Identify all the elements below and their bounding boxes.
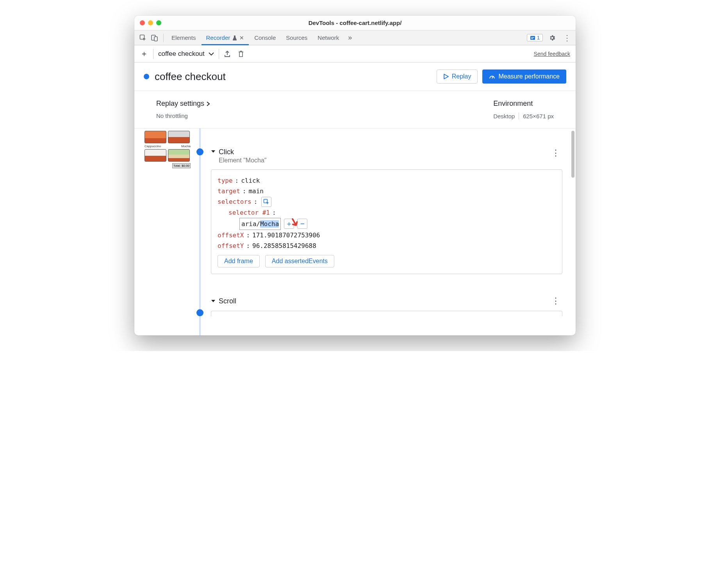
replay-button[interactable]: Replay (437, 69, 478, 84)
step-marker[interactable] (196, 148, 203, 155)
step-scroll-header[interactable]: Scroll ⋮ (211, 296, 562, 306)
selector-input[interactable]: aria/Mocha (239, 218, 281, 230)
chevron-right-icon (207, 102, 210, 106)
throttling-label: No throttling (156, 112, 210, 119)
environment-device: Desktop (493, 113, 515, 119)
element-picker-icon[interactable] (261, 197, 271, 207)
screenshot-thumbnail: CappuccinoMocha Total: $0.00 (134, 128, 193, 335)
window-title: DevTools - coffee-cart.netlify.app/ (134, 20, 576, 26)
step-detail-box (211, 311, 562, 316)
chevron-down-icon (211, 299, 216, 303)
step-detail-box: ➜ type: click target: main selectors: se… (211, 169, 562, 274)
tab-network[interactable]: Network (313, 30, 344, 45)
export-icon[interactable] (224, 50, 233, 57)
step-subtitle: Element "Mocha" (219, 157, 267, 164)
remove-selector-button[interactable]: − (297, 219, 307, 229)
recording-header: coffee checkout Replay Measure performan… (134, 62, 576, 91)
step-marker[interactable] (196, 309, 203, 316)
device-toolbar-icon[interactable] (149, 32, 160, 43)
recorder-toolbar: ＋ coffee checkout Send feedback (134, 45, 576, 62)
play-icon (443, 74, 449, 79)
titlebar: DevTools - coffee-cart.netlify.app/ (134, 16, 576, 30)
tab-recorder[interactable]: Recorder ✕ (202, 30, 249, 45)
panel-tabs: Elements Recorder ✕ Console Sources Netw… (134, 30, 576, 45)
svg-rect-5 (531, 38, 533, 39)
gauge-icon (489, 73, 495, 80)
settings-row: Replay settings No throttling Environmen… (134, 91, 576, 128)
close-window-button[interactable] (140, 20, 145, 25)
thumbnail-total: Total: $0.00 (172, 163, 191, 168)
inspect-element-icon[interactable] (137, 32, 148, 43)
zoom-window-button[interactable] (156, 20, 161, 25)
devtools-window: DevTools - coffee-cart.netlify.app/ Elem… (134, 16, 576, 335)
measure-performance-button[interactable]: Measure performance (482, 69, 566, 84)
traffic-lights (140, 20, 161, 25)
send-feedback-link[interactable]: Send feedback (534, 51, 570, 57)
step-menu-icon[interactable]: ⋮ (551, 296, 562, 306)
step-menu-icon[interactable]: ⋮ (551, 148, 562, 158)
minimize-window-button[interactable] (148, 20, 153, 25)
timeline-rail (193, 128, 207, 335)
delete-icon[interactable] (238, 50, 247, 57)
add-asserted-events-button[interactable]: Add assertedEvents (265, 255, 334, 267)
more-tabs-icon[interactable]: » (344, 32, 355, 43)
kebab-menu-icon[interactable]: ⋮ (562, 32, 573, 43)
step-title: Click (219, 148, 267, 156)
recording-title: coffee checkout (155, 71, 226, 83)
recording-selector[interactable]: coffee checkout (158, 50, 214, 58)
chevron-down-icon (209, 52, 214, 56)
flask-icon (232, 35, 237, 41)
tab-elements[interactable]: Elements (167, 30, 201, 45)
replay-settings-toggle[interactable]: Replay settings (156, 100, 210, 108)
settings-gear-icon[interactable] (547, 32, 558, 43)
scrollbar[interactable] (571, 131, 574, 178)
issues-icon (530, 35, 535, 41)
tab-console[interactable]: Console (250, 30, 280, 45)
step-title: Scroll (219, 297, 236, 305)
svg-rect-4 (531, 37, 534, 38)
close-tab-icon[interactable]: ✕ (239, 35, 244, 41)
environment-title: Environment (493, 100, 554, 108)
svg-rect-3 (530, 36, 535, 40)
add-frame-button[interactable]: Add frame (218, 255, 260, 267)
tab-sources[interactable]: Sources (281, 30, 312, 45)
new-recording-button[interactable]: ＋ (140, 48, 148, 59)
environment-viewport: 625×671 px (523, 113, 554, 119)
recording-status-dot (144, 74, 149, 79)
timeline: CappuccinoMocha Total: $0.00 Click Eleme… (134, 128, 576, 335)
step-click-header[interactable]: Click Element "Mocha" ⋮ (211, 148, 562, 164)
add-selector-button[interactable]: ＋ (284, 219, 294, 229)
issues-badge[interactable]: 1 (527, 34, 543, 41)
svg-rect-2 (154, 37, 157, 41)
chevron-down-icon (211, 150, 216, 153)
